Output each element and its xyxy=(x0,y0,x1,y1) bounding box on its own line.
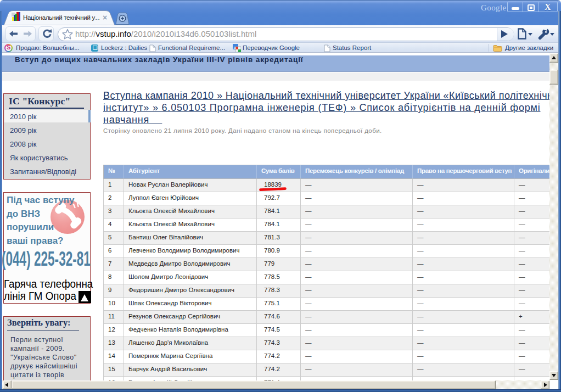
svg-text:a: a xyxy=(234,45,237,50)
